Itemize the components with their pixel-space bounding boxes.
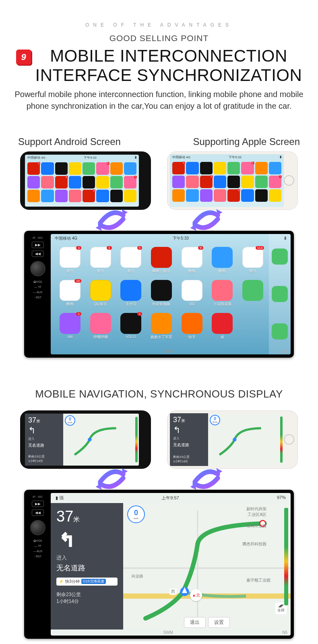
app-label: 酷狗 [66,302,74,307]
headunit-app[interactable]: QQ [178,280,206,311]
app-icon[interactable] [241,189,254,202]
headunit-app[interactable]: 小说阅读器 [209,280,236,311]
app-icon: 3 [90,247,111,268]
app-icon[interactable] [241,176,254,188]
headunit-app[interactable]: 10酷狗 [56,280,84,311]
nav-map[interactable]: 0km/h [208,413,284,466]
next-track-button[interactable]: ▶▶ [32,242,44,248]
nav-map-large[interactable]: 0km/h ▲北 ◢◤全程 退出 设置 新时代共荣 工业区A区 裕周工业园 腾杰… [123,503,291,630]
next-track-button[interactable]: ▶▶ [32,501,44,507]
headunit-nav-screen[interactable]: ▮ 强上午9:5797% 37米 进入 无名道路 ⚡快3分钟G15沈海高速 剩余… [51,493,291,636]
headunit-screen[interactable]: 中国移动 4G下午5:33▮ 3努力3努力5努力网易云音乐9酷狗酷狗113努力1… [51,234,291,354]
app-icon[interactable] [200,189,213,202]
headunit-app[interactable]: 跑跑卡丁车官 [148,313,175,344]
app-icon[interactable] [255,176,268,188]
support-apple-label: Supporting Apple Screen [193,136,300,147]
app-icon[interactable] [55,190,68,202]
headunit-app[interactable]: 快手 [178,313,206,344]
volume-knob[interactable] [30,261,45,276]
app-icon[interactable] [255,189,268,202]
app-icon[interactable] [96,190,109,202]
app-icon[interactable] [186,189,198,202]
app-icon[interactable] [214,162,226,174]
app-icon [212,247,233,268]
nav-settings-button[interactable]: 设置 [208,617,230,628]
app-icon[interactable]: 7 [269,176,281,188]
app-icon [182,280,202,301]
app-icon[interactable] [27,190,40,202]
app-icon: 3 [60,247,81,268]
compass-icon[interactable]: ▲北 [190,589,202,601]
headunit-app[interactable]: 厨 [209,313,236,344]
app-icon[interactable] [69,162,81,175]
headunit-app[interactable]: 哔哩哔哩 [87,313,114,344]
app-icon[interactable] [172,189,185,202]
app-icon[interactable]: 2 [200,176,213,188]
chat-icon[interactable] [272,286,288,302]
app-icon[interactable]: 3 [83,190,95,202]
app-icon[interactable] [214,189,226,202]
headunit-app[interactable]: 9酷狗 [178,247,206,278]
headunit-app[interactable]: QQ音乐 [87,280,114,311]
app-icon[interactable]: 2 [55,176,68,188]
app-icon[interactable] [41,162,54,175]
app-icon[interactable] [69,176,81,188]
headunit-brand: SWM [163,349,173,354]
app-icon[interactable]: 1 [172,162,185,174]
headunit-app[interactable]: 1Uki [56,313,84,344]
app-icon[interactable] [124,190,136,202]
app-icon[interactable] [96,176,109,188]
app-icon[interactable] [186,162,198,174]
app-icon[interactable] [186,176,198,188]
headunit-app[interactable]: 113努力 [239,247,266,278]
app-icon[interactable]: 6 [241,162,254,174]
app-icon [120,280,141,301]
nav-exit-button[interactable]: 退出 [184,617,206,628]
app-label: 努力 [66,269,74,274]
app-icon[interactable]: 3 [227,189,240,202]
headunit-app[interactable]: 3努力 [56,247,84,278]
headunit-sidebar: IRMIC ▶▶ ◀◀ ⏻/VOL — TF — AUX · RST [27,493,48,636]
app-icon[interactable] [227,162,240,174]
headunit-app[interactable]: 网易云音乐 [148,247,175,278]
headunit-app[interactable]: 3努力 [87,247,114,278]
app-icon[interactable]: 6 [96,162,109,175]
headunit-app[interactable]: 5努力 [117,247,145,278]
app-icon [90,280,111,301]
app-icon[interactable] [172,176,185,188]
headunit-app[interactable] [239,280,266,311]
app-icon[interactable] [110,176,123,188]
app-icon[interactable] [55,162,68,175]
phone-icon[interactable] [272,323,288,340]
app-icon[interactable] [41,190,54,202]
app-icon[interactable] [214,176,226,188]
sync-arrow-icon [187,205,225,235]
headunit-app[interactable]: 1VSCO [117,313,145,344]
app-icon[interactable] [227,176,240,188]
headunit-app[interactable]: 支付宝 [117,280,145,311]
app-icon[interactable] [83,176,95,188]
app-icon[interactable] [110,190,123,202]
nav-map[interactable]: 0km/h [63,414,139,466]
app-icon[interactable]: 1 [27,162,40,175]
app-icon[interactable] [110,162,123,175]
app-icon[interactable] [41,176,54,188]
app-icon[interactable] [200,162,213,174]
app-icon[interactable] [27,176,40,188]
wechat-icon[interactable] [272,248,288,265]
app-icon[interactable]: 7 [124,176,136,188]
app-icon[interactable] [269,189,281,202]
headunit-app[interactable]: 抖音短视频 [148,280,175,311]
app-icon[interactable] [69,190,81,202]
app-icon[interactable] [124,162,136,175]
app-icon[interactable] [269,162,281,174]
headunit-app[interactable]: 酷狗 [209,247,236,278]
nav-hint: ⚡快3分钟G15沈海高速 [56,578,118,586]
app-label: QQ [189,302,195,306]
prev-track-button[interactable]: ◀◀ [32,509,44,516]
app-icon[interactable] [255,162,268,174]
prev-track-button[interactable]: ◀◀ [32,251,44,257]
app-icon[interactable] [83,162,95,175]
header-block: ONE OF THE ADVANTAGES GOOD SELLING POINT… [8,22,310,112]
volume-knob[interactable] [30,520,45,535]
